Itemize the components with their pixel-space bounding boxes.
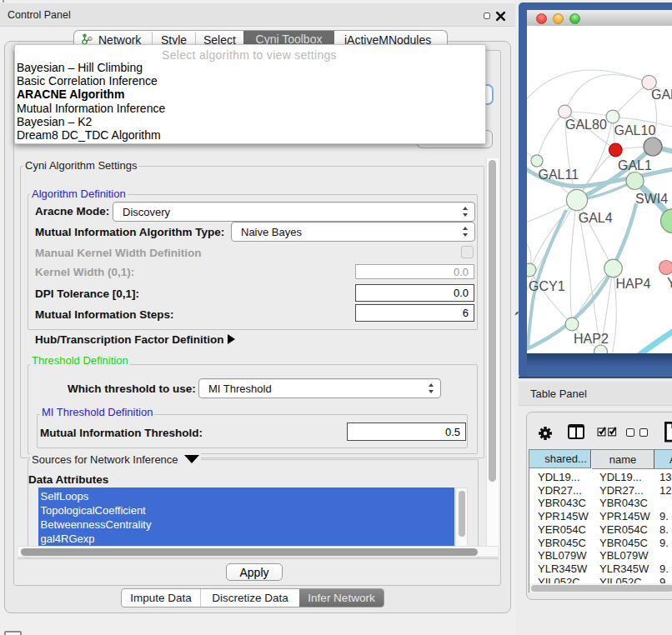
svg-text:SWI4: SWI4 (635, 192, 668, 206)
svg-text:GAL11: GAL11 (539, 168, 579, 182)
svg-text:GAL80: GAL80 (565, 118, 607, 132)
svg-text:GAL1: GAL1 (618, 158, 652, 172)
svg-text:GCY1: GCY1 (529, 279, 565, 293)
svg-text:GAL4: GAL4 (579, 211, 613, 225)
svg-text:HAP4: HAP4 (616, 277, 651, 291)
svg-text:HAP2: HAP2 (574, 332, 609, 346)
svg-text:GAL: GAL (651, 88, 672, 102)
svg-text:Y: Y (667, 276, 672, 290)
svg-text:GAL10: GAL10 (614, 123, 656, 138)
